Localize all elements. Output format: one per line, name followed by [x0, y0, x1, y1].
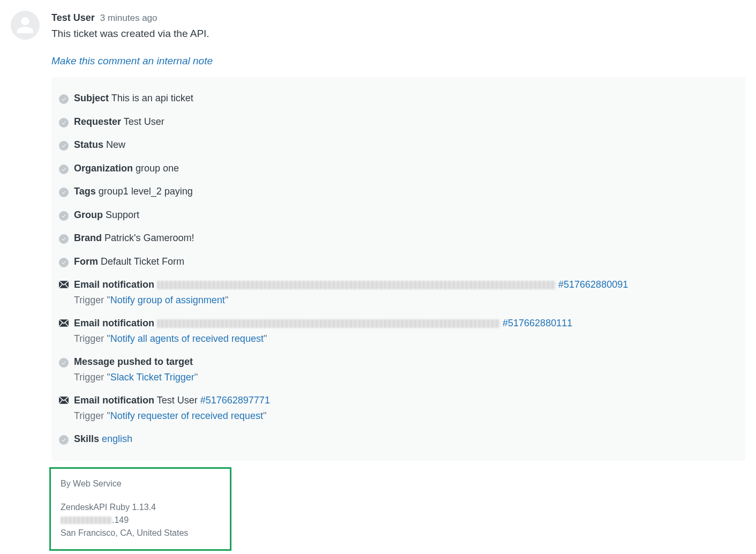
mail-icon [59, 279, 69, 286]
redacted-recipients [157, 319, 500, 328]
comment-body: This ticket was created via the API. [51, 26, 745, 42]
event-row: Tags group1 level_2 paying [59, 180, 738, 204]
event-id-link[interactable]: #517662897771 [200, 395, 270, 406]
event-value: This is an api ticket [111, 93, 193, 103]
event-trigger: Trigger "Notify all agents of received r… [74, 332, 738, 346]
check-icon [59, 234, 69, 244]
event-row: Status New [59, 133, 738, 157]
event-value: group one [136, 163, 179, 174]
event-label: Status [74, 139, 103, 150]
event-row: Message pushed to target Trigger "Slack … [59, 350, 738, 389]
event-row: Email notification #517662880111Trigger … [59, 312, 738, 350]
check-icon [59, 358, 69, 368]
check-icon [59, 435, 69, 445]
event-row: Subject This is an api ticket [59, 87, 738, 110]
event-trigger: Trigger "Notify group of assignment" [74, 293, 738, 308]
check-icon [59, 211, 69, 221]
event-label: Group [74, 209, 103, 220]
trigger-link[interactable]: Slack Ticket Trigger [110, 372, 194, 383]
meta-by: By Web Service [61, 477, 220, 490]
event-value: Support [106, 209, 139, 220]
mail-icon [59, 317, 69, 325]
redacted-recipients [157, 281, 556, 289]
events-panel: Subject This is an api ticket Requester … [51, 77, 745, 461]
event-label: Email notification [74, 279, 154, 290]
check-icon [59, 94, 69, 104]
redacted-ip [61, 516, 112, 524]
meta-client: ZendeskAPI Ruby 1.13.4 [61, 501, 220, 514]
avatar [11, 11, 40, 40]
event-row: Requester Test User [59, 110, 738, 134]
trigger-link[interactable]: Notify all agents of received request [110, 333, 264, 344]
event-label: Brand [74, 233, 102, 243]
comment-timestamp: 3 minutes ago [100, 11, 158, 25]
event-label: Email notification [74, 395, 154, 406]
event-label: Requester [74, 116, 121, 127]
event-label: Skills [74, 433, 99, 444]
comment-author: Test User [51, 11, 95, 25]
check-icon [59, 164, 69, 174]
event-value: New [106, 139, 125, 150]
trigger-link[interactable]: Notify group of assignment [110, 295, 225, 305]
event-value: Default Ticket Form [101, 256, 184, 267]
make-internal-note-link[interactable]: Make this comment an internal note [51, 54, 213, 69]
event-label: Form [74, 256, 98, 267]
event-row: Email notification #517662880091Trigger … [59, 273, 738, 312]
event-row: Form Default Ticket Form [59, 250, 738, 274]
event-value: Patrick's Gameroom! [104, 233, 194, 243]
event-label: Subject [74, 93, 109, 103]
event-trigger: Trigger "Notify requester of received re… [74, 409, 738, 423]
event-label: Message pushed to target [74, 356, 193, 367]
mail-icon [59, 394, 69, 402]
event-row: Organization group one [59, 157, 738, 181]
trigger-link[interactable]: Notify requester of received request [110, 410, 263, 421]
event-id-link[interactable]: #517662880091 [558, 279, 628, 290]
event-value-link[interactable]: english [102, 433, 132, 444]
event-trigger: Trigger "Slack Ticket Trigger" [74, 370, 738, 385]
event-id-link[interactable]: #517662880111 [503, 318, 572, 328]
event-value: Test User [157, 395, 198, 406]
event-value: group1 level_2 paying [99, 186, 193, 197]
check-icon [59, 141, 69, 151]
event-row: Group Support [59, 204, 738, 227]
event-label: Email notification [74, 318, 154, 328]
event-label: Organization [74, 163, 133, 174]
event-row: Brand Patrick's Gameroom! [59, 227, 738, 250]
check-icon [59, 258, 69, 267]
check-icon [59, 188, 69, 197]
event-value: Test User [124, 116, 164, 127]
event-row: Skills english [59, 428, 738, 451]
meta-location: San Francisco, CA, United States [61, 527, 220, 540]
request-meta-box: By Web Service ZendeskAPI Ruby 1.13.4 .1… [49, 467, 231, 551]
event-label: Tags [74, 186, 96, 197]
meta-ip: .149 [61, 514, 220, 527]
check-icon [59, 118, 69, 128]
event-row: Email notification Test User #5176628977… [59, 389, 738, 428]
